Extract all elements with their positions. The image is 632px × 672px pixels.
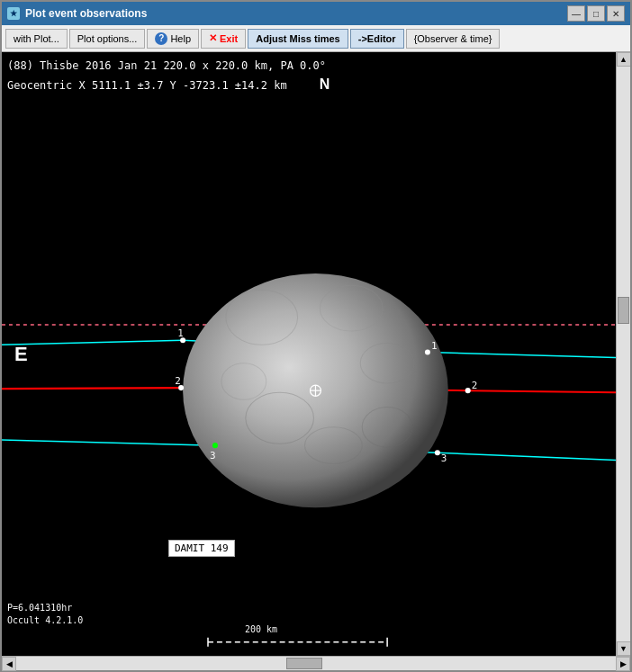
damit-label: DAMIT 149	[168, 540, 235, 557]
window-icon: ★	[7, 7, 20, 20]
main-window: ★ Plot event observations — □ ✕ with Plo…	[0, 0, 632, 672]
north-label: N	[320, 76, 330, 92]
chord-3-left-outside	[2, 440, 215, 445]
info-line2: Geocentric X 5111.1 ±3.7 Y -3723.1 ±14.2…	[7, 74, 330, 95]
chord2-right-label: 2	[472, 380, 478, 391]
help-button[interactable]: ? Help	[147, 29, 199, 49]
plot-svg: 1 1 2 2 3 3	[2, 52, 616, 656]
main-area: 1 1 2 2 3 3 (88) Th	[2, 52, 630, 656]
plot-options-button[interactable]: Plot options...	[69, 29, 146, 49]
window-controls: — □ ✕	[567, 5, 625, 22]
help-icon: ?	[155, 32, 167, 45]
chord3-right-dot	[435, 450, 440, 455]
period-label: P=6.041310hr	[7, 602, 83, 614]
chord-1-left-outside	[2, 340, 183, 345]
observer-time-button[interactable]: {Observer & time}	[406, 29, 501, 49]
plot-info: (88) Thisbe 2016 Jan 21 220.0 x 220.0 km…	[7, 58, 330, 95]
exit-button[interactable]: ✕ Exit	[201, 29, 246, 49]
chord2-right-dot	[465, 388, 471, 393]
plot-area: 1 1 2 2 3 3 (88) Th	[2, 52, 616, 656]
east-label: E	[14, 343, 28, 366]
toolbar: with Plot... Plot options... ? Help ✕ Ex…	[2, 25, 630, 52]
hscroll-track[interactable]	[16, 657, 616, 670]
scroll-up-arrow[interactable]: ▲	[617, 52, 631, 67]
version-label: Occult 4.2.1.0	[7, 614, 83, 627]
chord-2-left-outside	[2, 388, 181, 389]
with-plot-button[interactable]: with Plot...	[5, 29, 68, 49]
editor-button[interactable]: ->Editor	[350, 29, 404, 49]
chord-1-right-outside	[428, 352, 616, 357]
scroll-right-arrow[interactable]: ▶	[616, 657, 630, 671]
title-bar: ★ Plot event observations — □ ✕	[2, 2, 630, 25]
scroll-thumb[interactable]	[618, 297, 629, 324]
scroll-left-arrow[interactable]: ◀	[2, 657, 16, 671]
window-title: Plot event observations	[25, 7, 567, 20]
version-info: P=6.041310hr Occult 4.2.1.0	[7, 602, 83, 627]
bottom-scrollbar[interactable]: ◀ ▶	[2, 656, 630, 670]
chord-3-right-outside	[438, 452, 616, 460]
chord-2-right-outside	[468, 390, 616, 392]
x-icon: ✕	[209, 32, 217, 44]
chord1-right-dot	[425, 349, 430, 354]
chord1-right-label: 1	[431, 340, 438, 352]
chord3-left-label: 3	[210, 450, 216, 461]
chord2-left-label: 2	[175, 375, 181, 387]
right-scrollbar[interactable]: ▲ ▼	[616, 52, 630, 656]
scale-bar-label: 200 km	[245, 624, 277, 634]
chord1-left-label: 1	[177, 327, 184, 339]
maximize-button[interactable]: □	[587, 5, 605, 22]
minimize-button[interactable]: —	[567, 5, 585, 22]
scroll-down-arrow[interactable]: ▼	[617, 641, 631, 656]
adjust-miss-button[interactable]: Adjust Miss times	[248, 29, 348, 49]
info-line1: (88) Thisbe 2016 Jan 21 220.0 x 220.0 km…	[7, 58, 330, 74]
hscroll-thumb[interactable]	[286, 658, 322, 669]
close-button[interactable]: ✕	[607, 5, 625, 22]
scroll-track[interactable]	[617, 67, 630, 641]
chord3-left-dot	[212, 443, 218, 448]
chord3-right-label: 3	[441, 452, 447, 464]
